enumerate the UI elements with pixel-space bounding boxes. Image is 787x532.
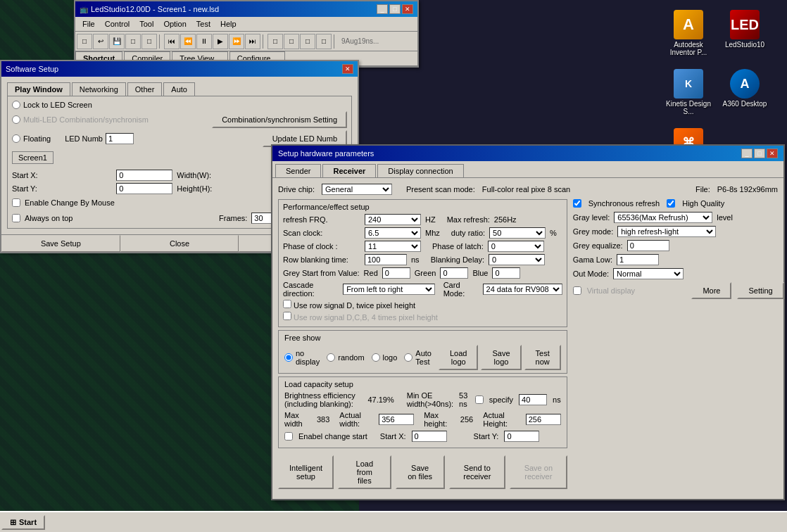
- sw-tab-auto[interactable]: Auto: [163, 82, 195, 96]
- toolbar-btn14[interactable]: □: [284, 34, 299, 49]
- combination-setting-btn[interactable]: Combination/synchronism Setting: [212, 111, 347, 128]
- gama-low-input[interactable]: 1: [617, 254, 659, 265]
- start-x-input[interactable]: 0: [116, 170, 172, 181]
- auto-test-radio[interactable]: [404, 353, 413, 362]
- scan-clock-select[interactable]: 6.5: [365, 227, 421, 239]
- toolbar-pause[interactable]: ⏸: [196, 34, 212, 49]
- load-start-y-input[interactable]: 0: [504, 431, 539, 442]
- gray-level-select[interactable]: 65536(Max Refrush): [614, 212, 712, 223]
- intelligent-setup-btn[interactable]: Intelligent setup: [278, 455, 334, 489]
- save-logo-btn[interactable]: Save logo: [481, 345, 521, 370]
- sw-tab-other[interactable]: Other: [127, 82, 163, 96]
- toolbar-next[interactable]: ⏩: [229, 34, 244, 49]
- use-row-d-check[interactable]: [283, 300, 291, 308]
- minimize-button[interactable]: _: [377, 4, 388, 14]
- test-now-btn[interactable]: Test now: [524, 345, 561, 370]
- virtual-display-check[interactable]: [573, 286, 581, 295]
- toolbar-play[interactable]: ▶: [213, 34, 228, 49]
- hw-tab-sender[interactable]: Sender: [275, 164, 321, 177]
- random-radio[interactable]: [327, 353, 335, 362]
- desktop-icon-autodesk[interactable]: A Autodesk Inventor P...: [660, 7, 717, 59]
- menu-option[interactable]: Option: [159, 18, 190, 30]
- out-mode-select[interactable]: Normal: [613, 268, 684, 279]
- maximize-button[interactable]: □: [389, 4, 401, 14]
- multi-led-radio[interactable]: [12, 115, 20, 124]
- virtual-more-row: Virtual display More Setting: [573, 282, 784, 299]
- load-logo-btn[interactable]: Load logo: [439, 345, 478, 370]
- green-input[interactable]: 0: [440, 267, 468, 279]
- actual-height-input[interactable]: 256: [526, 414, 561, 425]
- hw-min-btn[interactable]: _: [741, 148, 753, 158]
- random-option[interactable]: random: [327, 353, 364, 362]
- toolbar-btn15[interactable]: □: [300, 34, 315, 49]
- hw-close-btn[interactable]: ✕: [767, 148, 778, 158]
- sw-tab-play-window[interactable]: Play Window: [7, 82, 70, 96]
- toolbar-end[interactable]: ⏭: [245, 34, 260, 49]
- desktop-icon-kinetis[interactable]: K Kinetis Design S...: [660, 66, 717, 118]
- always-on-top-check[interactable]: [12, 214, 20, 222]
- load-start-x-input[interactable]: 0: [412, 431, 447, 442]
- specify-check[interactable]: [475, 395, 484, 404]
- grey-equalize-input[interactable]: 0: [627, 240, 669, 251]
- no-display-option[interactable]: no display: [284, 349, 320, 366]
- save-files-btn[interactable]: Save on files: [396, 455, 445, 489]
- actual-width-input[interactable]: 356: [379, 414, 414, 425]
- toolbar-btn13[interactable]: □: [267, 34, 283, 49]
- menu-help[interactable]: Help: [216, 18, 241, 30]
- sw-tab-networking[interactable]: Networking: [72, 82, 126, 96]
- enable-change-start-check[interactable]: [284, 432, 293, 441]
- toolbar-prev[interactable]: ⏪: [180, 34, 196, 49]
- red-input[interactable]: 0: [382, 267, 410, 279]
- save-receiver-btn[interactable]: Save on receiver: [510, 455, 567, 489]
- specify-input[interactable]: 40: [519, 394, 547, 405]
- auto-test-option[interactable]: Auto Test: [404, 349, 432, 366]
- start-y-input[interactable]: 0: [116, 183, 172, 194]
- logo-option[interactable]: logo: [372, 353, 398, 362]
- sw-close-btn[interactable]: ✕: [342, 64, 353, 74]
- toolbar-open[interactable]: ↩: [93, 34, 108, 49]
- menu-control[interactable]: Control: [101, 18, 134, 30]
- toolbar-btn5[interactable]: □: [141, 34, 157, 49]
- close-button[interactable]: ✕: [402, 4, 413, 14]
- menu-test[interactable]: Test: [192, 18, 215, 30]
- sync-refresh-check[interactable]: [573, 199, 581, 208]
- high-quality-check[interactable]: [667, 199, 675, 208]
- phase-clock-select[interactable]: 11: [365, 241, 421, 252]
- toolbar-btn4[interactable]: □: [125, 34, 141, 49]
- setting-btn[interactable]: Setting: [737, 282, 783, 299]
- logo-radio[interactable]: [372, 353, 380, 362]
- drive-chip-select[interactable]: General: [322, 184, 392, 195]
- more-btn[interactable]: More: [691, 282, 731, 299]
- blue-input[interactable]: 0: [492, 267, 520, 279]
- enable-change-mouse-check[interactable]: [12, 198, 20, 207]
- grey-mode-select[interactable]: high refresh-light: [617, 226, 716, 237]
- led-numb-input[interactable]: 1: [106, 133, 134, 144]
- refresh-frq-select[interactable]: 240: [365, 214, 421, 225]
- hw-max-btn[interactable]: □: [754, 148, 765, 158]
- close-dialog-btn[interactable]: Close: [120, 235, 239, 252]
- toolbar-save[interactable]: 💾: [109, 34, 125, 49]
- use-row-dcb-check[interactable]: [283, 312, 291, 320]
- hw-tab-display[interactable]: Display connection: [377, 164, 463, 177]
- blank-delay-select[interactable]: 0: [489, 254, 545, 265]
- desktop-icon-ledstudio10[interactable]: LED LedStudio10: [717, 7, 773, 59]
- duty-ratio-select[interactable]: 50: [489, 227, 546, 239]
- load-files-btn[interactable]: Load from files: [338, 455, 391, 489]
- row-blank-input[interactable]: 100: [365, 254, 407, 265]
- card-mode-select[interactable]: 24 data for RV908: [483, 284, 562, 295]
- desktop-icon-a360[interactable]: A A360 Desktop: [717, 66, 773, 118]
- phase-latch-select[interactable]: 0: [488, 241, 544, 252]
- lock-led-radio[interactable]: [12, 101, 20, 109]
- menu-tool[interactable]: Tool: [135, 18, 158, 30]
- save-setup-btn[interactable]: Save Setup: [1, 235, 120, 252]
- start-button[interactable]: ⊞ Start: [1, 515, 45, 530]
- menu-file[interactable]: File: [78, 18, 99, 30]
- floating-radio[interactable]: [12, 134, 20, 143]
- send-receiver-btn[interactable]: Send to receiver: [449, 455, 505, 489]
- toolbar-begin[interactable]: ⏮: [164, 34, 180, 49]
- hw-tab-receiver[interactable]: Receiver: [322, 164, 376, 177]
- toolbar-new[interactable]: □: [77, 34, 92, 49]
- no-display-radio[interactable]: [284, 353, 293, 362]
- cascade-select[interactable]: From left to right: [343, 284, 435, 295]
- toolbar-btn16[interactable]: □: [316, 34, 332, 49]
